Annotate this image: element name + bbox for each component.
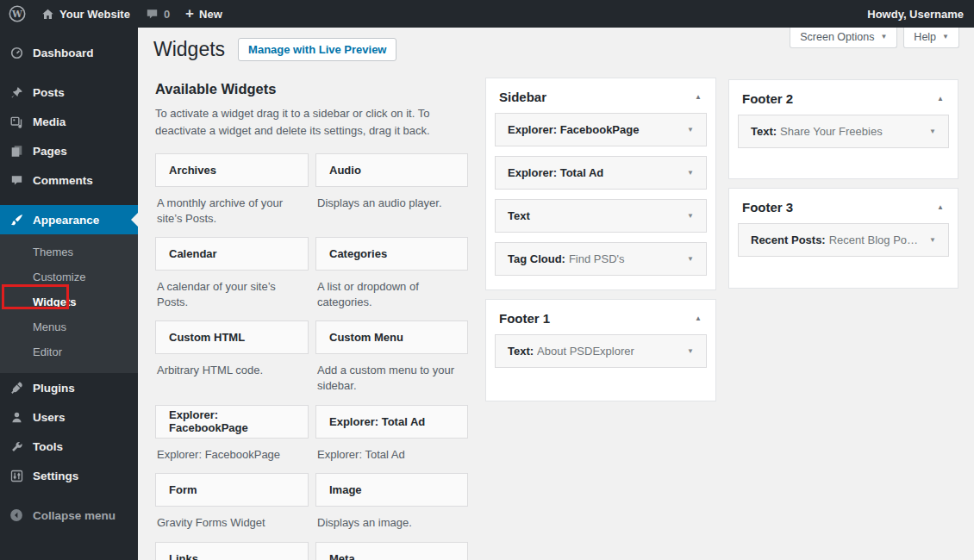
widget-card-audio[interactable]: Audio	[315, 153, 468, 187]
widget-desc: A list or dropdown of categories.	[315, 271, 468, 320]
area-widget-text-share[interactable]: Text: Share Your Freebies ▼	[738, 115, 949, 148]
sidebar-item-comments[interactable]: Comments	[0, 165, 138, 195]
pages-icon	[0, 145, 33, 158]
admin-bar-howdy[interactable]: Howdy, Username	[867, 8, 974, 21]
panel-title: Footer 3	[742, 200, 793, 215]
widget-cell-calendar: Calendar A calendar of your site’s Posts…	[155, 237, 309, 320]
area-widget-explorer-total-ad[interactable]: Explorer: Total Ad ▼	[495, 156, 707, 190]
widget-card-links[interactable]: Links	[155, 542, 309, 560]
sidebar-item-appearance[interactable]: Appearance	[0, 205, 138, 234]
submenu-item-widgets[interactable]: Widgets	[0, 289, 138, 314]
collapse-menu-button[interactable]: Collapse menu	[0, 501, 138, 530]
submenu-item-menus[interactable]: Menus	[0, 314, 138, 339]
widget-card-meta[interactable]: Meta	[315, 542, 468, 560]
chevron-down-icon[interactable]: ▼	[680, 347, 694, 355]
wordpress-logo-menu[interactable]: W	[0, 0, 34, 28]
collapse-arrow-icon	[0, 508, 33, 522]
widget-card-custom-menu[interactable]: Custom Menu	[315, 320, 468, 354]
pushpin-icon	[0, 86, 33, 99]
widget-area-footer-1: Footer 1 ▲ Text: About PSDExplorer ▼	[485, 299, 716, 401]
area-widget-text-about[interactable]: Text: About PSDExplorer ▼	[495, 334, 707, 368]
sidebar-item-plugins[interactable]: Plugins	[0, 373, 138, 402]
widget-desc: Explorer: Total Ad	[315, 439, 468, 474]
screen-meta-links: Screen Options ▼ Help ▼	[790, 28, 959, 48]
widget-desc: Explorer: FacebookPage	[155, 439, 309, 474]
appearance-submenu: Themes Customize Widgets Menus Editor	[0, 234, 138, 373]
chevron-down-icon[interactable]: ▼	[680, 126, 694, 134]
menu-label: Media	[33, 115, 66, 128]
chevron-down-icon[interactable]: ▼	[680, 169, 694, 177]
help-tab[interactable]: Help ▼	[903, 28, 959, 48]
submenu-item-editor[interactable]: Editor	[0, 339, 138, 364]
widget-cell-custom-menu: Custom Menu Add a custom menu to your si…	[315, 320, 468, 404]
admin-bar-site-name[interactable]: Your Website	[34, 0, 138, 28]
widget-desc: Gravity Forms Widget	[155, 507, 309, 542]
footer-1-panel-header[interactable]: Footer 1 ▲	[486, 300, 715, 334]
widget-card-form[interactable]: Form	[155, 473, 309, 507]
chevron-down-icon[interactable]: ▼	[922, 236, 936, 244]
user-icon	[0, 411, 33, 424]
sidebar-panel-header[interactable]: Sidebar ▲	[486, 78, 715, 113]
widget-cell-meta: Meta	[315, 542, 468, 560]
widget-card-categories[interactable]: Categories	[315, 237, 468, 271]
admin-menu: Dashboard Posts Media Pages Comments App…	[0, 28, 138, 560]
new-label: New	[199, 8, 222, 21]
home-icon	[41, 8, 54, 21]
widget-area-sidebar: Sidebar ▲ Explorer: FacebookPage ▼ Explo…	[485, 78, 716, 290]
widget-areas-column-1: Sidebar ▲ Explorer: FacebookPage ▼ Explo…	[485, 78, 716, 401]
admin-bar-new[interactable]: + New	[178, 0, 230, 28]
chevron-up-icon: ▲	[695, 94, 702, 101]
widget-cell-form: Form Gravity Forms Widget	[155, 473, 309, 542]
menu-separator	[0, 195, 138, 205]
sidebar-item-settings[interactable]: Settings	[0, 461, 138, 490]
menu-label: Appearance	[33, 214, 99, 227]
sidebar-item-posts[interactable]: Posts	[0, 78, 138, 107]
sidebar-item-media[interactable]: Media	[0, 107, 138, 136]
chevron-down-icon[interactable]: ▼	[680, 212, 694, 220]
menu-label: Comments	[33, 174, 93, 187]
screen-options-label: Screen Options	[800, 31, 874, 43]
menu-label: Settings	[33, 470, 78, 482]
widget-card-image[interactable]: Image	[315, 473, 468, 507]
widget-card-explorer-total-ad[interactable]: Explorer: Total Ad	[315, 405, 468, 439]
chevron-down-icon[interactable]: ▼	[680, 255, 694, 263]
menu-label: Pages	[33, 145, 67, 158]
area-widget-explorer-facebookpage[interactable]: Explorer: FacebookPage ▼	[495, 113, 707, 146]
widget-desc: A calendar of your site’s Posts.	[155, 271, 309, 320]
sidebar-item-users[interactable]: Users	[0, 402, 138, 432]
widget-card-explorer-facebookpage[interactable]: Explorer: FacebookPage	[155, 405, 309, 439]
widget-cell-explorer-facebookpage: Explorer: FacebookPage Explorer: Faceboo…	[155, 405, 309, 474]
widget-card-calendar[interactable]: Calendar	[155, 237, 309, 271]
admin-bar-comments[interactable]: 0	[138, 0, 178, 28]
footer-2-panel-header[interactable]: Footer 2 ▲	[729, 80, 958, 115]
collapse-menu-label: Collapse menu	[33, 509, 116, 522]
chevron-down-icon[interactable]: ▼	[922, 128, 936, 135]
widget-card-custom-html[interactable]: Custom HTML	[155, 320, 309, 354]
menu-label: Users	[33, 411, 66, 424]
widget-area-footer-2: Footer 2 ▲ Text: Share Your Freebies ▼	[728, 79, 958, 179]
widget-cell-explorer-total-ad: Explorer: Total Ad Explorer: Total Ad	[315, 405, 468, 474]
sidebar-item-dashboard[interactable]: Dashboard	[0, 38, 138, 67]
comments-bubble-icon	[146, 8, 159, 20]
brush-icon	[0, 214, 33, 227]
manage-with-live-preview-button[interactable]: Manage with Live Preview	[238, 38, 396, 61]
sidebar-item-tools[interactable]: Tools	[0, 432, 138, 461]
admin-bar: W Your Website 0 + New Howdy, Username	[0, 0, 974, 28]
screen-options-tab[interactable]: Screen Options ▼	[790, 28, 897, 48]
submenu-item-themes[interactable]: Themes	[0, 240, 138, 264]
widget-card-archives[interactable]: Archives	[155, 153, 309, 187]
panel-title: Sidebar	[499, 90, 546, 104]
footer-3-panel-header[interactable]: Footer 3 ▲	[729, 189, 958, 223]
submenu-item-customize[interactable]: Customize	[0, 264, 138, 289]
widget-desc: A monthly archive of your site’s Posts.	[155, 187, 309, 237]
area-widget-recent-posts[interactable]: Recent Posts: Recent Blog Po… ▼	[738, 223, 949, 257]
sidebar-item-pages[interactable]: Pages	[0, 136, 138, 165]
panel-title: Footer 1	[499, 311, 550, 326]
area-widget-text[interactable]: Text ▼	[495, 199, 707, 233]
widget-cell-image: Image Displays an image.	[315, 473, 468, 542]
settings-sliders-icon	[0, 470, 33, 482]
area-widget-tag-cloud[interactable]: Tag Cloud: Find PSD's ▼	[495, 242, 707, 276]
widget-cell-categories: Categories A list or dropdown of categor…	[315, 237, 468, 320]
chevron-up-icon: ▲	[695, 315, 702, 322]
available-widgets-grid: Archives A monthly archive of your site’…	[155, 153, 468, 560]
